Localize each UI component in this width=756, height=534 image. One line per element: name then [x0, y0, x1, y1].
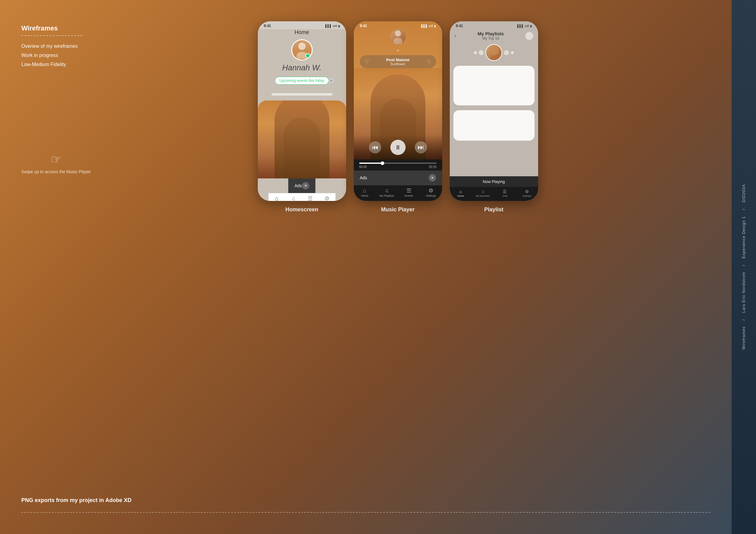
playlist-nav-chat-label: Chat	[502, 194, 507, 197]
singer-image	[258, 100, 346, 178]
playlist-nav-assistant[interactable]: ♫ My Assistant	[475, 190, 490, 197]
player-nav-settings-icon: ⚙	[428, 188, 433, 193]
song-artist: Post Malone	[386, 58, 410, 62]
player-nav-events-label: Events	[405, 194, 413, 197]
song-title-area: Post Malone Sunflower	[386, 58, 410, 66]
dot-1	[474, 51, 477, 54]
swipe-hint: ☞ Swipe up to access the Music Player	[21, 152, 91, 174]
now-playing-bar: Now Playing	[450, 176, 538, 187]
playlist-dots-row	[450, 42, 538, 63]
dot-2	[479, 50, 484, 55]
player-status-icons: ▌▌▌ wifi ▮	[421, 24, 436, 28]
player-nav-home-icon: ⌂	[363, 188, 366, 193]
svg-point-1	[296, 52, 308, 59]
events-badge-text: Upcoming events this friday	[280, 79, 324, 83]
playlist-nav-assistant-label: My Assistant	[476, 194, 490, 197]
sidebar-divider-2: /	[741, 265, 747, 266]
player-nav-home-label: Home	[361, 194, 368, 197]
chevron-down-icon[interactable]: ⌄	[354, 46, 442, 53]
homescreen-status-time: 9:41	[264, 24, 271, 28]
player-ads-close[interactable]: ✕	[429, 174, 436, 181]
info-item-1: Overiew of my wireframes	[21, 43, 107, 49]
homescreen-phone: 9:41 ▌▌▌ wifi ▮ Home	[258, 21, 346, 201]
player-nav-home[interactable]: ⌂ Home	[356, 188, 373, 197]
playlist-nav-settings-icon: ⚙	[525, 190, 529, 193]
playlist-header: ‹ My Playlists My Top 10	[450, 29, 538, 42]
player-phone-wrapper: 9:41 ▌▌▌ wifi ▮ ⌄	[354, 21, 442, 213]
song-info-pill: ♡ Post Malone Sunflower ♡	[360, 55, 436, 68]
playlist-sub-title: My Top 10	[456, 36, 525, 40]
heart-right-icon[interactable]: ♡	[427, 59, 431, 64]
playlist-bottom-nav: ⌂ Home ♫ My Assistant ☰ Chat ⚙	[450, 187, 538, 201]
playlist-nav-home[interactable]: ⌂ Home	[453, 190, 468, 197]
next-button[interactable]: ⏭	[415, 141, 427, 153]
nav-item-events[interactable]: ☰ Events	[302, 196, 319, 201]
playlist-nav-assistant-icon: ♫	[481, 190, 484, 193]
playlist-nav-chat-icon: ☰	[503, 190, 507, 193]
svg-point-5	[488, 56, 500, 61]
playlist-content: 9:41 ▌▌▌ wifi ▮ ‹ My Playlists My Top 10	[450, 21, 538, 201]
playlist-status-bar: 9:41 ▌▌▌ wifi ▮	[450, 21, 538, 29]
player-nav-settings[interactable]: ⚙ Settings	[423, 188, 439, 197]
playlist-nav-chat[interactable]: ☰ Chat	[497, 190, 513, 197]
heart-left-icon[interactable]: ♡	[365, 59, 369, 64]
wifi-icon: wifi	[333, 24, 337, 28]
exports-label: PNG exports from my project in Adobe XD	[21, 497, 131, 503]
player-avatar	[390, 29, 406, 44]
playlist-main-title: My Playlists	[456, 31, 525, 36]
right-sidebar: DID203A / Experience Design 1 / Lars Eri…	[732, 0, 756, 534]
playlist-card-1	[453, 66, 534, 105]
homescreen-content: Home Hannah W.	[258, 29, 346, 201]
player-nav-events[interactable]: ☰ Events	[400, 188, 417, 197]
sidebar-divider-3: /	[741, 319, 747, 320]
player-nav-events-icon: ☰	[407, 188, 411, 193]
homescreen-ads-close[interactable]: ✕	[302, 182, 309, 190]
header-dashed-line	[21, 35, 82, 36]
svg-point-4	[490, 47, 499, 55]
homescreen-status-icons: ▌▌▌ wifi ▮	[325, 24, 340, 28]
player-wifi-icon: wifi	[429, 24, 433, 28]
battery-icon: ▮	[338, 24, 340, 28]
left-info-panel: Wireframes Overiew of my wireframes Work…	[21, 24, 107, 71]
sidebar-divider-1: /	[741, 209, 747, 210]
home-search-bar[interactable]	[272, 93, 333, 96]
homescreen-ads-label: Ads	[294, 183, 302, 188]
player-status-bar: 9:41 ▌▌▌ wifi ▮	[354, 21, 442, 29]
playlist-avatar	[485, 44, 502, 61]
playlist-card-2	[453, 110, 534, 140]
phones-container: 9:41 ▌▌▌ wifi ▮ Home	[94, 21, 701, 497]
nav-item-settings[interactable]: ⚙ Settings	[319, 196, 336, 201]
user-name: Hannah W.	[282, 63, 321, 72]
events-badge[interactable]: Upcoming events this friday ✕	[275, 77, 329, 85]
playlist-wifi-icon: wifi	[525, 24, 529, 28]
dot-3	[504, 50, 509, 55]
progress-thumb[interactable]	[381, 161, 384, 165]
events-badge-close[interactable]: ✕	[329, 78, 334, 84]
homescreen-label: Homescreen	[285, 206, 318, 213]
player-bottom-nav: ⌂ Home ♫ My Playlists ☰ Events ⚙	[354, 185, 442, 201]
sidebar-text-2: Experience Design 1	[741, 216, 747, 259]
nav-settings-icon: ⚙	[325, 196, 329, 201]
info-item-3: Low-Medium Fidelity	[21, 62, 107, 67]
player-phone: 9:41 ▌▌▌ wifi ▮ ⌄	[354, 21, 442, 201]
pause-button[interactable]: ⏸	[390, 140, 406, 155]
swipe-hint-text: Swipe up to access the Music Player	[21, 169, 91, 174]
playlist-label: Playlist	[484, 206, 503, 213]
avatar-person	[292, 40, 312, 60]
player-image: ⏮ ⏸ ⏭	[354, 68, 442, 160]
nav-item-playlists[interactable]: ♫ My Playlists	[285, 196, 302, 201]
player-label: Music Player	[381, 206, 415, 213]
playlist-phone: 9:41 ▌▌▌ wifi ▮ ‹ My Playlists My Top 10	[450, 21, 538, 201]
prev-button[interactable]: ⏮	[369, 141, 381, 153]
progress-bar[interactable]	[359, 163, 437, 164]
player-nav-playlists[interactable]: ♫ My Playlists	[378, 188, 395, 197]
playlist-nav-settings[interactable]: ⚙ Settings	[519, 190, 534, 197]
player-nav-settings-label: Settings	[426, 194, 436, 197]
playlist-signal-icon: ▌▌▌	[517, 24, 524, 28]
home-image-bg	[258, 100, 346, 178]
playlist-nav-home-label: Home	[457, 194, 464, 197]
nav-item-home[interactable]: ⌂ Home	[268, 196, 285, 201]
playlist-status-icons: ▌▌▌ wifi ▮	[517, 24, 532, 28]
playlist-menu-button[interactable]	[525, 32, 533, 40]
nav-playlists-icon: ♫	[291, 196, 296, 201]
